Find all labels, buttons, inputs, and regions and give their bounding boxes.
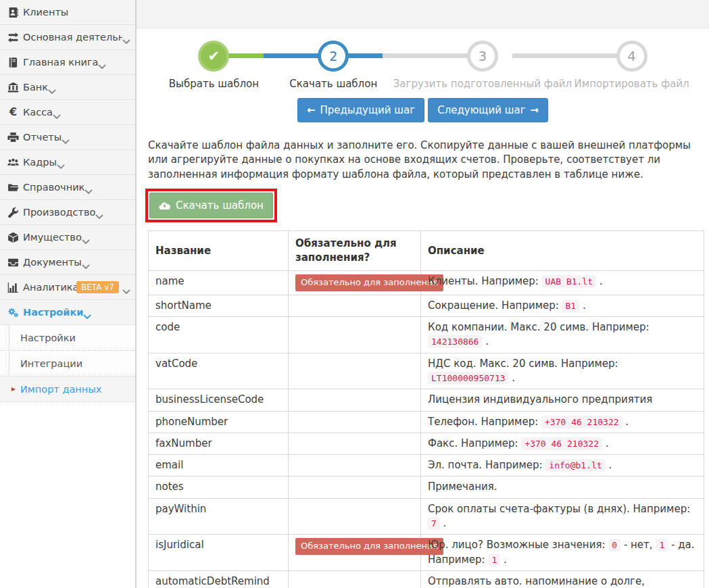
description-cell: НДС код. Макс. 20 симв. Например: LT1000…	[421, 353, 704, 389]
wrench-icon	[5, 207, 21, 218]
sidebar-item-users[interactable]: Кадры	[0, 150, 135, 175]
sidebar-item-address-book[interactable]: Клиенты	[0, 0, 135, 25]
table-row: notes Примечания.	[149, 476, 704, 498]
required-cell	[289, 353, 421, 389]
required-cell	[289, 570, 421, 588]
sidebar-item-label: Имущество	[23, 232, 82, 243]
code-chip: 7	[428, 517, 440, 530]
next-step-button[interactable]: Следующий шаг →	[428, 98, 548, 122]
step-circle[interactable]: 2	[318, 41, 349, 72]
code-chip: info@b1.lt	[545, 459, 605, 472]
sidebar-item-wrench[interactable]: Производство	[0, 200, 135, 225]
main-content: ✔ Выбрать шаблон 2 Скачать шаблон 3 Загр…	[137, 0, 709, 588]
table-row: faxNumber Факс. Например: +370 46 210322…	[149, 433, 704, 454]
content-header-band	[137, 0, 709, 28]
sidebar-item-ledger-book[interactable]: Главная книга	[0, 50, 135, 75]
sidebar-item-inbox[interactable]: Документы	[0, 250, 135, 275]
code-chip: B1	[562, 299, 580, 312]
table-row: businessLicenseCode Лицензия индивидуаль…	[149, 389, 704, 411]
annotation-highlight-box: Скачать шаблон	[145, 189, 277, 222]
chevron-down-icon	[48, 84, 56, 90]
description-cell: Код компании. Макс. 20 симв. Например: 1…	[421, 317, 704, 353]
step-label: Скачать шаблон	[274, 78, 393, 90]
sidebar-item-printer[interactable]: Отчеты	[0, 125, 135, 150]
field-name-cell: payWithin	[149, 498, 289, 535]
table-row: vatCode НДС код. Макс. 20 симв. Например…	[149, 353, 704, 389]
active-item-marker-icon: ▸	[11, 384, 16, 393]
previous-step-label: Предыдущий шаг	[320, 104, 415, 116]
sidebar-item-euro[interactable]: € Касса	[0, 100, 135, 125]
required-badge: Обязательно для заполнения	[295, 538, 443, 554]
field-name-cell: email	[149, 455, 289, 476]
step-label: Загрузить подготовленный файл	[393, 78, 572, 90]
code-chip: UAB B1.lt	[542, 275, 596, 288]
sidebar-subitem-2[interactable]: ▸ Интеграции	[0, 351, 135, 376]
chevron-down-icon	[84, 185, 93, 190]
sidebar-subitem-label: Импорт данных	[20, 384, 101, 395]
inbox-icon	[5, 257, 21, 268]
sidebar-item-label: Справочник	[23, 182, 84, 193]
sidebar-item-label: Кадры	[23, 157, 57, 168]
required-cell	[289, 433, 421, 454]
sidebar-item-cube[interactable]: Имущество	[0, 225, 135, 250]
bar-chart-icon	[5, 282, 21, 293]
field-name-cell: businessLicenseCode	[149, 389, 289, 411]
sidebar-item-bar-chart[interactable]: Аналитика BETA v7	[0, 275, 135, 300]
sidebar-item-folder-open[interactable]: Справочник	[0, 175, 135, 200]
download-template-button[interactable]: Скачать шаблон	[149, 193, 273, 218]
previous-step-button[interactable]: ← Предыдущий шаг	[297, 98, 424, 122]
required-cell	[289, 455, 421, 476]
step-circle[interactable]: 4	[616, 41, 647, 72]
code-chip: 1	[488, 554, 500, 566]
chevron-down-icon	[57, 160, 65, 165]
code-chip: 1	[656, 539, 668, 552]
field-name-cell: vatCode	[149, 353, 289, 389]
download-template-label: Скачать шаблон	[176, 199, 264, 212]
chevron-down-icon	[82, 260, 90, 265]
sidebar-item-label: Банк	[23, 82, 48, 93]
wizard-navigation: ← Предыдущий шаг Следующий шаг →	[137, 98, 709, 122]
required-badge: Обязательно для заполнения	[295, 274, 443, 291]
address-book-icon	[5, 7, 21, 18]
table-row: code Код компании. Макс. 20 симв. Наприм…	[149, 317, 704, 353]
sidebar-item-exchange-arrows[interactable]: Основная деятельность	[0, 25, 135, 50]
next-step-label: Следующий шаг	[437, 104, 525, 116]
sidebar-submenu: ▸ Настройки ▸ Интеграции ▸ Импорт данных	[0, 325, 135, 402]
code-chip: LT100000950713	[428, 372, 509, 385]
chevron-down-icon	[98, 59, 106, 65]
users-icon	[5, 157, 21, 168]
field-name-cell: automaticDebtRemind	[149, 570, 289, 588]
arrow-right-icon: →	[531, 104, 539, 116]
code-chip: 0	[608, 539, 620, 552]
description-cell: Эл. почта. Например: info@b1.lt .	[421, 455, 704, 476]
table-header-row: Название Обязательно для заполнения? Опи…	[149, 231, 704, 271]
gears-icon	[5, 307, 21, 318]
chevron-down-icon	[95, 210, 103, 215]
code-chip: 142130866	[428, 335, 482, 348]
sidebar-subitem-3[interactable]: ▸ Импорт данных	[0, 376, 135, 402]
required-cell	[289, 317, 421, 353]
step-check-icon[interactable]: ✔	[198, 41, 229, 72]
table-row: shortName Сокращение. Например: B1 .	[149, 295, 704, 316]
cube-icon	[5, 232, 21, 243]
column-header-required: Обязательно для заполнения?	[289, 231, 421, 271]
required-cell: Обязательно для заполнения	[289, 271, 421, 295]
field-name-cell: shortName	[149, 295, 289, 316]
arrow-left-icon: ←	[307, 104, 316, 116]
description-cell: Клиенты. Например: UAB B1.lt .	[421, 271, 704, 295]
step-connector	[512, 53, 632, 58]
field-name-cell: notes	[149, 476, 289, 498]
description-cell: Примечания.	[421, 476, 704, 498]
sidebar-item-bank[interactable]: Банк	[0, 75, 135, 100]
sidebar-item-label: Производство	[23, 207, 95, 218]
sidebar-subitem-1[interactable]: ▸ Настройки	[0, 325, 135, 351]
template-format-table: Название Обязательно для заполнения? Опи…	[148, 230, 704, 588]
field-name-cell: faxNumber	[149, 433, 289, 454]
printer-icon	[5, 132, 21, 143]
required-cell	[289, 498, 421, 535]
table-row: phoneNumber Телефон. Например: +370 46 2…	[149, 411, 704, 433]
step-circle[interactable]: 3	[467, 41, 498, 72]
sidebar-item-gears[interactable]: Настройки	[0, 300, 135, 325]
sidebar-item-label: Касса	[23, 107, 53, 118]
step-label: Выбрать шаблон	[154, 78, 274, 90]
